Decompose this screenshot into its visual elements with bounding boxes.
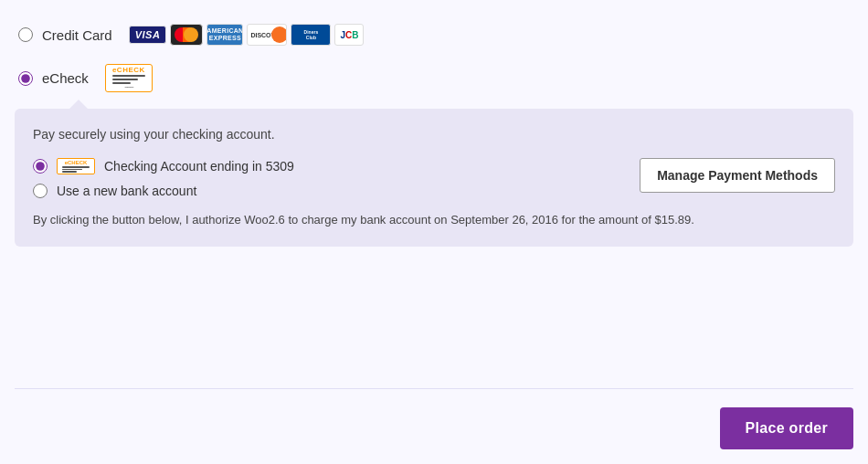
echeck-logo: eCHECK ~~~	[105, 64, 153, 92]
place-order-container: Place order	[15, 388, 853, 449]
credit-card-label: Credit Card	[42, 27, 112, 43]
mastercard-icon	[170, 24, 203, 46]
echeck-option: eCheck eCHECK ~~~	[15, 55, 853, 101]
manage-payment-methods-button[interactable]: Manage Payment Methods	[640, 158, 835, 193]
jcb-icon: JCB	[334, 24, 364, 46]
panel-description: Pay securely using your checking account…	[33, 127, 835, 142]
diners-icon: Diners Club	[291, 24, 331, 46]
place-order-button[interactable]: Place order	[720, 407, 853, 449]
saved-account-label: Checking Account ending in 5309	[104, 159, 294, 174]
credit-card-radio[interactable]	[18, 27, 33, 42]
visa-icon: VISA	[129, 26, 167, 44]
echeck-label: eCheck	[42, 70, 89, 86]
payment-options: Credit Card VISA AMERICAN EXPRESS DISCOV…	[15, 15, 853, 101]
saved-account-radio[interactable]	[33, 159, 48, 174]
card-icons: VISA AMERICAN EXPRESS DISCOVER Diners Cl…	[129, 24, 365, 46]
saved-account-option: eCHECK Checking Account ending in 5309	[33, 158, 294, 174]
amex-icon: AMERICAN EXPRESS	[206, 24, 243, 46]
credit-card-option: Credit Card VISA AMERICAN EXPRESS DISCOV…	[15, 15, 853, 55]
echeck-small-logo: eCHECK	[57, 158, 95, 174]
new-account-radio[interactable]	[33, 184, 48, 198]
echeck-panel: Pay securely using your checking account…	[15, 109, 853, 247]
new-account-option: Use a new bank account	[33, 184, 294, 198]
echeck-radio[interactable]	[18, 71, 33, 86]
account-options: eCHECK Checking Account ending in 5309 U…	[33, 158, 294, 198]
discover-icon: DISCOVER	[247, 24, 287, 46]
authorization-text: By clicking the button below, I authoriz…	[33, 211, 835, 229]
new-account-label: Use a new bank account	[57, 184, 196, 198]
saved-accounts: eCHECK Checking Account ending in 5309 U…	[33, 158, 835, 198]
